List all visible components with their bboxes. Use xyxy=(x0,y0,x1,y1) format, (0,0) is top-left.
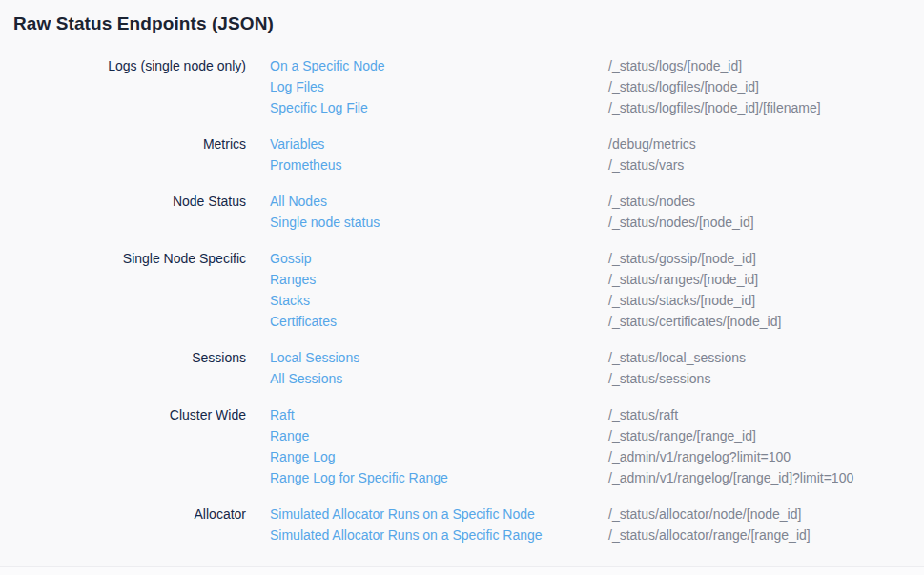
endpoint-path: /_status/range/[range_id] xyxy=(608,425,756,446)
endpoint-link[interactable]: Certificates xyxy=(270,311,608,332)
group-label: Logs (single node only) xyxy=(0,55,246,118)
endpoint-path: /_status/allocator/range/[range_id] xyxy=(608,524,811,545)
endpoint-path: /_status/sessions xyxy=(608,368,710,389)
endpoint-row: Gossip /_status/gossip/[node_id] xyxy=(270,248,924,269)
endpoint-path: /_status/logfiles/[node_id] xyxy=(608,76,759,97)
group-label: Single Node Specific xyxy=(0,248,246,332)
group-rows: All Nodes /_status/nodes Single node sta… xyxy=(270,191,924,233)
endpoint-row: Ranges /_status/ranges/[node_id] xyxy=(270,269,924,290)
endpoint-group: Allocator Simulated Allocator Runs on a … xyxy=(0,503,924,545)
endpoint-row: Certificates /_status/certificates/[node… xyxy=(270,311,924,332)
endpoint-path: /_status/raft xyxy=(608,404,678,425)
endpoint-link[interactable]: Range Log for Specific Range xyxy=(270,467,608,488)
endpoint-path: /_status/stacks/[node_id] xyxy=(608,290,755,311)
endpoint-row: On a Specific Node /_status/logs/[node_i… xyxy=(270,55,924,76)
group-label: Cluster Wide xyxy=(0,404,246,488)
endpoint-link[interactable]: Stacks xyxy=(270,290,608,311)
endpoint-link[interactable]: Simulated Allocator Runs on a Specific N… xyxy=(270,503,608,524)
endpoint-row: All Nodes /_status/nodes xyxy=(270,191,924,212)
endpoint-link[interactable]: Raft xyxy=(270,404,608,425)
endpoint-path: /debug/metrics xyxy=(608,133,696,154)
endpoint-link[interactable]: Single node status xyxy=(270,212,608,233)
endpoint-row: Range Log for Specific Range /_admin/v1/… xyxy=(270,467,924,488)
endpoint-row: All Sessions /_status/sessions xyxy=(270,368,924,389)
endpoint-row: Variables /debug/metrics xyxy=(270,133,924,154)
group-rows: Gossip /_status/gossip/[node_id] Ranges … xyxy=(270,248,924,332)
endpoint-link[interactable]: Gossip xyxy=(270,248,608,269)
endpoint-link[interactable]: Simulated Allocator Runs on a Specific R… xyxy=(270,524,608,545)
endpoint-row: Range /_status/range/[range_id] xyxy=(270,425,924,446)
endpoint-path: /_status/certificates/[node_id] xyxy=(608,311,781,332)
endpoint-row: Simulated Allocator Runs on a Specific N… xyxy=(270,503,924,524)
group-label: Sessions xyxy=(0,347,246,389)
endpoint-row: Range Log /_admin/v1/rangelog?limit=100 xyxy=(270,446,924,467)
endpoint-link[interactable]: Ranges xyxy=(270,269,608,290)
endpoint-path: /_status/allocator/node/[node_id] xyxy=(608,503,801,524)
endpoint-path: /_status/ranges/[node_id] xyxy=(608,269,758,290)
endpoint-path: /_status/vars xyxy=(608,154,684,175)
endpoint-row: Raft /_status/raft xyxy=(270,404,924,425)
endpoint-row: Log Files /_status/logfiles/[node_id] xyxy=(270,76,924,97)
endpoint-group: Cluster Wide Raft /_status/raft Range /_… xyxy=(0,404,924,488)
endpoint-path: /_status/gossip/[node_id] xyxy=(608,248,756,269)
endpoint-link[interactable]: On a Specific Node xyxy=(270,55,608,76)
endpoint-link[interactable]: Log Files xyxy=(270,76,608,97)
endpoint-row: Prometheus /_status/vars xyxy=(270,154,924,175)
endpoint-path: /_status/nodes xyxy=(608,191,695,212)
endpoint-link[interactable]: Specific Log File xyxy=(270,97,608,118)
endpoint-row: Stacks /_status/stacks/[node_id] xyxy=(270,290,924,311)
endpoint-group: Metrics Variables /debug/metrics Prometh… xyxy=(0,133,924,175)
group-rows: Variables /debug/metrics Prometheus /_st… xyxy=(270,133,924,175)
endpoint-row: Simulated Allocator Runs on a Specific R… xyxy=(270,524,924,545)
page-title: Raw Status Endpoints (JSON) xyxy=(0,0,924,34)
endpoint-group: Node Status All Nodes /_status/nodes Sin… xyxy=(0,191,924,233)
endpoint-row: Local Sessions /_status/local_sessions xyxy=(270,347,924,368)
group-label: Metrics xyxy=(0,133,246,175)
endpoint-link[interactable]: All Sessions xyxy=(270,368,608,389)
endpoint-link[interactable]: Range xyxy=(270,425,608,446)
endpoint-link[interactable]: All Nodes xyxy=(270,191,608,212)
endpoint-group: Logs (single node only) On a Specific No… xyxy=(0,55,924,118)
endpoint-row: Single node status /_status/nodes/[node_… xyxy=(270,212,924,233)
endpoint-path: /_admin/v1/rangelog/[range_id]?limit=100 xyxy=(608,467,853,488)
endpoint-path: /_admin/v1/rangelog?limit=100 xyxy=(608,446,791,467)
endpoint-path: /_status/logfiles/[node_id]/[filename] xyxy=(608,97,821,118)
group-label: Allocator xyxy=(0,503,246,545)
endpoint-link[interactable]: Local Sessions xyxy=(270,347,608,368)
endpoint-group: Sessions Local Sessions /_status/local_s… xyxy=(0,347,924,389)
endpoint-link[interactable]: Range Log xyxy=(270,446,608,467)
endpoint-path: /_status/logs/[node_id] xyxy=(608,55,742,76)
raw-status-endpoints-page: Raw Status Endpoints (JSON) Logs (single… xyxy=(0,0,924,575)
group-rows: On a Specific Node /_status/logs/[node_i… xyxy=(270,55,924,118)
endpoint-row: Specific Log File /_status/logfiles/[nod… xyxy=(270,97,924,118)
endpoint-group: Single Node Specific Gossip /_status/gos… xyxy=(0,248,924,332)
endpoint-path: /_status/local_sessions xyxy=(608,347,746,368)
endpoint-path: /_status/nodes/[node_id] xyxy=(608,212,754,233)
endpoint-link[interactable]: Variables xyxy=(270,133,608,154)
endpoint-link[interactable]: Prometheus xyxy=(270,154,608,175)
group-rows: Raft /_status/raft Range /_status/range/… xyxy=(270,404,924,488)
endpoint-groups: Logs (single node only) On a Specific No… xyxy=(0,55,924,545)
group-label: Node Status xyxy=(0,191,246,233)
bottom-divider xyxy=(0,566,924,575)
group-rows: Local Sessions /_status/local_sessions A… xyxy=(270,347,924,389)
group-rows: Simulated Allocator Runs on a Specific N… xyxy=(270,503,924,545)
